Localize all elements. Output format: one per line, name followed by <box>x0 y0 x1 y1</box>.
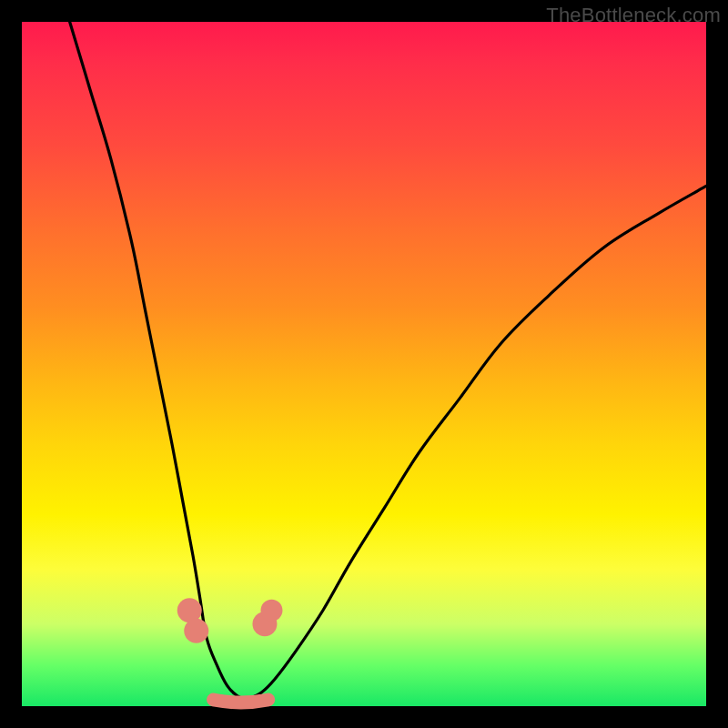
markers-group <box>177 598 283 643</box>
chart-frame: TheBottleneck.com <box>0 0 728 728</box>
left-curve <box>70 22 248 699</box>
valley-band <box>214 700 268 703</box>
left-dot-2 <box>184 619 208 643</box>
right-dot-2 <box>260 600 282 622</box>
right-curve <box>248 186 706 699</box>
curve-layer <box>22 22 706 706</box>
watermark-text: TheBottleneck.com <box>546 4 721 27</box>
plot-area <box>22 22 706 706</box>
